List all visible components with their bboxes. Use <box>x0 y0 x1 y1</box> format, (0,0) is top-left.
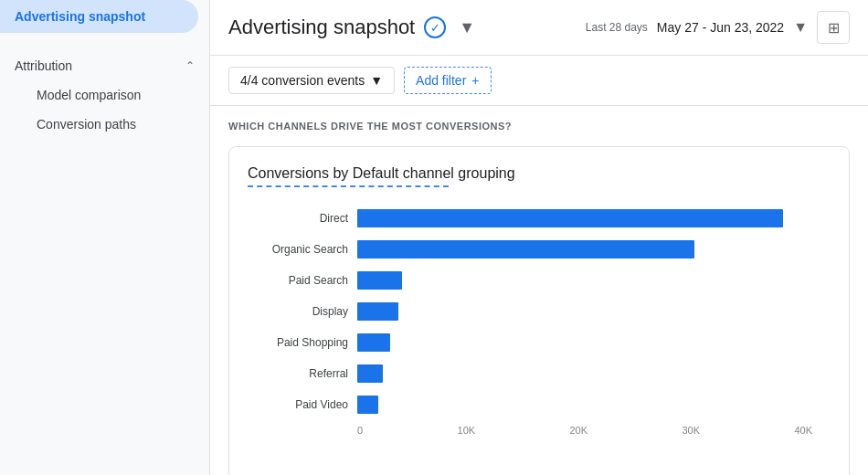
sidebar-item-conversion-paths[interactable]: Conversion paths <box>15 110 184 139</box>
x-tick: 30K <box>682 425 700 436</box>
title-dropdown-button[interactable]: ▼ <box>455 16 479 39</box>
bar-label: Direct <box>248 212 348 225</box>
x-tick: 20K <box>569 425 587 436</box>
bar-label: Organic Search <box>248 243 348 256</box>
chart-section: WHICH CHANNELS DRIVE THE MOST CONVERSION… <box>210 106 868 475</box>
bar-track <box>357 396 831 414</box>
table-icon: ⊞ <box>828 19 840 37</box>
bar-track <box>357 364 831 383</box>
sidebar-item-advertising-snapshot[interactable]: Advertising snapshot <box>0 0 198 33</box>
bar-label: Referral <box>248 367 348 380</box>
bar-row: Paid Search <box>248 268 831 293</box>
bar-fill <box>357 396 378 414</box>
sidebar: Advertising snapshot Attribution ⌃ Model… <box>0 0 210 475</box>
bar-row: Paid Video <box>248 392 831 417</box>
chart-title: Conversions by Default channel grouping <box>248 165 831 182</box>
dropdown-icon: ▼ <box>370 73 383 88</box>
chevron-up-icon: ⌃ <box>185 59 195 72</box>
bar-label: Display <box>248 305 348 318</box>
toolbar: 4/4 conversion events ▼ Add filter + <box>210 56 868 106</box>
main-content: Advertising snapshot ✓ ▼ Last 28 days Ma… <box>210 0 868 475</box>
page-header: Advertising snapshot ✓ ▼ Last 28 days Ma… <box>210 0 868 56</box>
x-tick: 40K <box>794 425 812 436</box>
bar-row: Referral <box>248 361 831 386</box>
bar-fill <box>357 209 783 227</box>
bar-label: Paid Search <box>248 274 348 287</box>
chart-title-underline <box>248 185 449 187</box>
bar-fill <box>357 333 390 352</box>
sidebar-attribution-section: Attribution ⌃ Model comparison Conversio… <box>0 37 209 142</box>
sidebar-item-model-comparison[interactable]: Model comparison <box>15 80 184 110</box>
add-filter-button[interactable]: Add filter + <box>404 67 491 94</box>
bar-fill <box>357 364 383 383</box>
x-axis: 010K20K30K40K <box>357 425 831 436</box>
x-tick: 0 <box>357 425 363 436</box>
chart-container: Conversions by Default channel grouping … <box>228 146 850 475</box>
bar-track <box>357 271 831 290</box>
bar-track <box>357 333 831 352</box>
date-dropdown-button[interactable]: ▼ <box>793 19 808 36</box>
bar-fill <box>357 240 694 259</box>
bar-chart: DirectOrganic SearchPaid SearchDisplayPa… <box>248 206 831 417</box>
plus-icon: + <box>471 73 479 88</box>
sidebar-attribution-header[interactable]: Attribution ⌃ <box>15 51 195 80</box>
bar-label: Paid Shopping <box>248 336 348 349</box>
header-left: Advertising snapshot ✓ ▼ <box>228 16 479 39</box>
bar-track <box>357 240 831 259</box>
bar-track <box>357 302 831 321</box>
header-right: Last 28 days May 27 - Jun 23, 2022 ▼ ⊞ <box>586 11 850 44</box>
bar-row: Display <box>248 299 831 324</box>
bar-fill <box>357 302 398 321</box>
bar-fill <box>357 271 402 290</box>
bar-row: Organic Search <box>248 237 831 262</box>
bar-label: Paid Video <box>248 398 348 411</box>
bar-track <box>357 209 831 227</box>
bar-row: Direct <box>248 206 831 231</box>
page-title: Advertising snapshot <box>228 16 415 39</box>
date-range: May 27 - Jun 23, 2022 <box>657 20 784 35</box>
report-icon-button[interactable]: ⊞ <box>817 11 850 44</box>
date-label: Last 28 days <box>586 21 648 34</box>
check-circle-icon: ✓ <box>424 16 446 38</box>
chart-question: WHICH CHANNELS DRIVE THE MOST CONVERSION… <box>228 121 850 132</box>
conversion-events-button[interactable]: 4/4 conversion events ▼ <box>228 67 395 94</box>
x-tick: 10K <box>458 425 476 436</box>
bar-row: Paid Shopping <box>248 330 831 355</box>
